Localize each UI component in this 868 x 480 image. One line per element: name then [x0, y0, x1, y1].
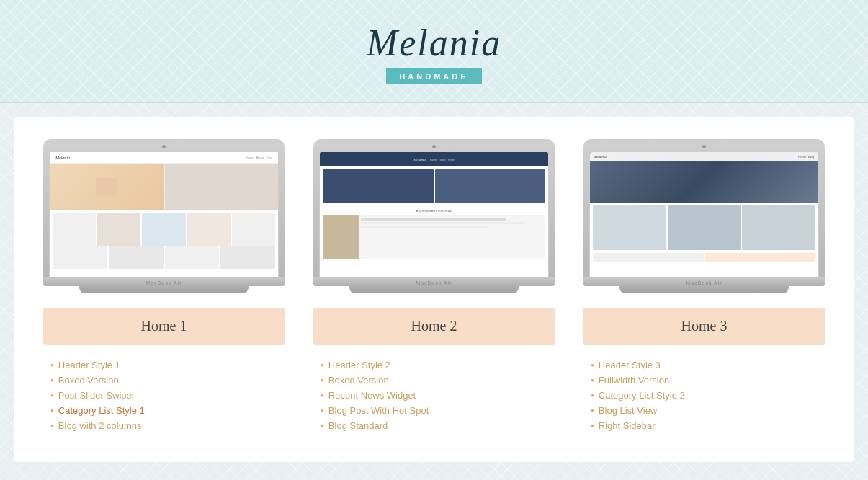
list-item: Right Sidebar	[591, 418, 818, 433]
list-item: Category List Style 1	[50, 403, 277, 418]
demo-home3: Melania Home Blog	[583, 139, 825, 433]
list-item: Category List Style 2	[591, 388, 818, 403]
laptop-screen-home3: Melania Home Blog	[589, 151, 819, 277]
list-item: Boxed Version	[50, 373, 277, 388]
demos-card: Melania Home About Blog	[14, 117, 854, 462]
laptop-camera	[162, 145, 166, 148]
laptop-camera-3	[702, 145, 706, 148]
demos-grid: Melania Home About Blog	[43, 139, 825, 433]
home2-label[interactable]: Home 2	[313, 308, 555, 345]
laptop-stand-2	[349, 286, 519, 293]
laptop-body-home2: Melania Home Blog Shop	[313, 139, 555, 293]
list-item: Recent News Widget	[321, 388, 547, 403]
home3-label[interactable]: Home 3	[583, 308, 825, 345]
logo: Melania	[0, 22, 868, 64]
laptop-stand	[79, 286, 249, 293]
laptop-home1: Melania Home About Blog	[43, 139, 285, 293]
laptop-base	[43, 277, 285, 286]
laptop-screen-home1: Melania Home About Blog	[49, 151, 279, 277]
list-item: Header Style 2	[321, 357, 547, 373]
laptop-body-home3: Melania Home Blog	[583, 139, 825, 293]
main-content: Melania Home About Blog	[0, 103, 868, 480]
list-item: Header Style 1	[50, 357, 277, 373]
list-item: Blog List View	[591, 403, 818, 418]
logo-subtitle: HANDMADE	[386, 68, 481, 84]
list-item: Boxed Version	[321, 373, 547, 388]
header: Melania HANDMADE	[0, 0, 868, 103]
laptop-screen-home2: Melania Home Blog Shop	[319, 151, 549, 277]
list-item: Blog Standard	[321, 418, 547, 433]
demo-home1: Melania Home About Blog	[43, 139, 285, 433]
home3-features: Header Style 3 Fullwidth Version Categor…	[583, 357, 825, 433]
list-item: Blog with 2 columns	[50, 418, 277, 433]
list-item: Header Style 3	[591, 357, 818, 373]
demo-home2: Melania Home Blog Shop	[313, 139, 555, 433]
laptop-base-3	[583, 277, 825, 286]
list-item: Blog Post With Hot Spot	[321, 403, 547, 418]
home2-features: Header Style 2 Boxed Version Recent News…	[313, 357, 555, 433]
laptop-body-home1: Melania Home About Blog	[43, 139, 285, 293]
laptop-camera-2	[432, 145, 436, 148]
laptop-home2: Melania Home Blog Shop	[313, 139, 555, 293]
laptop-home3: Melania Home Blog	[583, 139, 825, 293]
list-item: Fullwidth Version	[591, 373, 818, 388]
list-item: Post Slider Swiper	[50, 388, 277, 403]
laptop-stand-3	[619, 286, 789, 293]
laptop-base-2	[313, 277, 555, 286]
home1-label[interactable]: Home 1	[43, 308, 285, 345]
home1-features: Header Style 1 Boxed Version Post Slider…	[43, 357, 285, 433]
